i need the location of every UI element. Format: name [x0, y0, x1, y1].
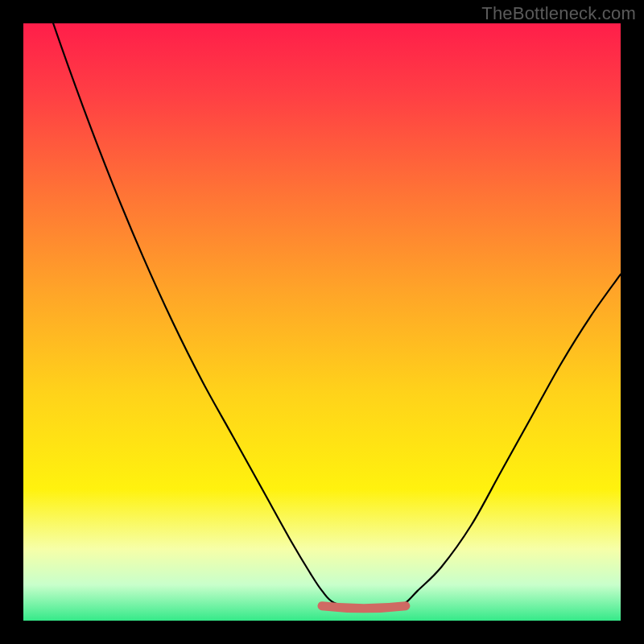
- watermark-text: TheBottleneck.com: [481, 3, 636, 24]
- chart-frame: TheBottleneck.com: [0, 0, 644, 644]
- optimal-zone-highlight: [322, 606, 406, 609]
- plot-area: [23, 23, 621, 621]
- gradient-background: [23, 23, 621, 621]
- chart-svg: [23, 23, 621, 621]
